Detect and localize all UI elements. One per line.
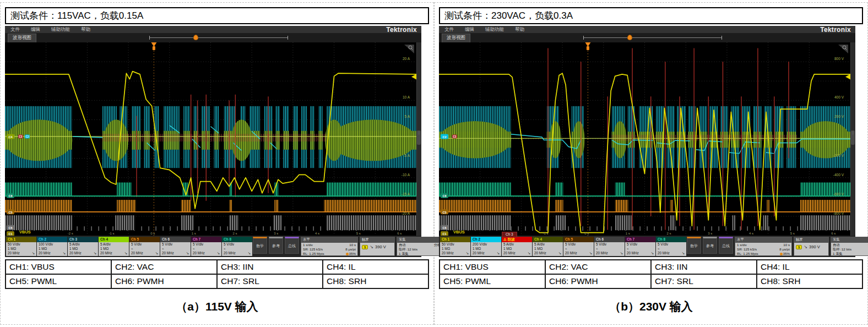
- time-label: 2 s: [233, 232, 237, 235]
- channel-badge-ch6[interactable]: Ch 65 V/div⌁20 MHz↘: [594, 237, 625, 256]
- current-envelope-bulge: [801, 121, 850, 159]
- channel-cell: CH7: SRL: [651, 274, 757, 288]
- vertical-scrollbar[interactable]: ⋮: [850, 42, 855, 236]
- vertical-scrollbar[interactable]: ⋮: [416, 42, 421, 236]
- scale-label: 50 V/div: [8, 242, 35, 247]
- waveform-svg: 800 V400 V200 V-200 V-400 V-600 V-800 V-…: [439, 42, 850, 236]
- channel-ref-marker-label: C6: [8, 226, 12, 230]
- menu-item[interactable]: 编辑: [465, 26, 474, 33]
- acquisition-panel[interactable]: 采集自动分析取样: 12 bits1 采集: [397, 237, 443, 256]
- bandwidth-icon: ↘: [63, 251, 66, 255]
- horiz-right: 10 s: [349, 243, 356, 247]
- channel-badge-ch3[interactable]: Ch 3⚠ 削波5 A/div1 MΩ20 MHz↘: [502, 237, 532, 256]
- channel-badge-ch3[interactable]: Ch 35 A/div1 MΩ20 MHz↘: [68, 237, 98, 256]
- scale-label: 50 V/div: [442, 242, 469, 247]
- channel-badge-header: Ch 1: [440, 237, 470, 242]
- channel-badge-ch4[interactable]: Ch 45 A/div1 MΩ20 MHz↘: [99, 237, 129, 256]
- bandwidth-icon: ↘: [558, 251, 561, 255]
- impedance-label: 1 MΩ: [39, 247, 66, 251]
- channel-badge-ch7[interactable]: Ch 75 V/div⌁20 MHz↘: [191, 237, 221, 256]
- pan-zoom-pin[interactable]: [627, 35, 632, 40]
- pan-zoom-pin[interactable]: [193, 35, 198, 40]
- waveform-band-segment: [115, 215, 135, 230]
- channel-badge-body: 5 V/div⌁20 MHz↘: [222, 242, 252, 256]
- channel-badge-ch4[interactable]: Ch 45 A/div1 MΩ20 MHz↘: [533, 237, 563, 256]
- trigger-source-badge: 1: [362, 245, 368, 249]
- trigger-panel[interactable]: 触发1↘390 V: [794, 237, 829, 256]
- impedance-label: 1 MΩ: [473, 247, 500, 251]
- add-ref-button[interactable]: 参考: [703, 237, 717, 254]
- scope-menubar: 文件编辑辅助功能帮助 Tektronix: [5, 26, 421, 33]
- channel-badge-header: Ch 3: [68, 237, 98, 242]
- scale-label: 5 V/div: [658, 242, 685, 247]
- channel-badge-ch2[interactable]: Ch 2200 V/div1 MΩ20 MHz↘: [471, 237, 501, 256]
- add-math-button[interactable]: 数学: [253, 237, 267, 254]
- channel-cell: CH6: PWMH: [111, 274, 217, 288]
- channel-tab[interactable]: Ch 3: [502, 232, 517, 237]
- channel-badge-ch8[interactable]: Ch 85 V/div⌁20 MHz↘: [222, 237, 252, 256]
- axis-label: -800 V: [833, 211, 844, 215]
- bandwidth-icon: ↘: [651, 251, 654, 255]
- trigger-flag-stem: [153, 46, 155, 50]
- menu-item[interactable]: 帮助: [515, 26, 524, 33]
- channel-cell: CH4: IL: [323, 260, 428, 274]
- channel-badge-ch8[interactable]: Ch 85 V/div⌁20 MHz↘: [656, 237, 686, 256]
- waveform-band-segment: [763, 215, 768, 230]
- waveform-band-segment: [800, 200, 850, 211]
- scrollbar-handle[interactable]: ⋮: [417, 130, 421, 145]
- menu-item[interactable]: 文件: [444, 26, 454, 33]
- impedance-label: 1 MΩ: [442, 247, 469, 251]
- channel-ref-marker-label: C2: [442, 135, 446, 139]
- vbus-cursor-label: VBUS: [453, 230, 465, 235]
- waveform-view-tab[interactable]: 波形视图: [8, 34, 36, 42]
- channel-badge-ch6[interactable]: Ch 65 V/div⌁20 MHz↘: [160, 237, 191, 256]
- channel-cell: CH6: PWMH: [545, 274, 651, 288]
- scale-label: 5 V/div: [565, 242, 592, 247]
- acquisition-panel[interactable]: 采集自动分析取样: 12 bits1 采集: [831, 237, 868, 256]
- menu-item[interactable]: 文件: [10, 26, 20, 33]
- acq-left: 取样: 12 bits: [833, 247, 851, 252]
- axis-label: -400 V: [833, 173, 844, 177]
- waveform-band-segment: [324, 200, 416, 211]
- channel-badge-ch1[interactable]: Ch 150 V/div1 MΩ20 MHz↘: [440, 237, 470, 256]
- waveform-view-tab[interactable]: 波形视图: [442, 34, 470, 42]
- channel-badges: Ch 150 V/div1 MΩ20 MHz↘Ch 2200 V/div1 MΩ…: [440, 237, 687, 256]
- page: 测试条件：115VAC，负载0.15A 文件编辑辅助功能帮助 Tektronix…: [0, 0, 868, 325]
- waveform-band-segment: [767, 200, 769, 211]
- channel-cell: CH2: VAC: [545, 260, 651, 274]
- menu-item[interactable]: 帮助: [81, 26, 90, 33]
- scrollbar-handle[interactable]: ⋮: [851, 130, 855, 145]
- pan-zoom-slider[interactable]: [583, 37, 722, 38]
- acq-left: 1 采集: [833, 252, 843, 256]
- add-bus-button[interactable]: 总线: [719, 237, 733, 254]
- channel-ref-marker-label: C8: [8, 194, 12, 198]
- impedance-label: 1 MΩ: [8, 247, 35, 251]
- add-bus-button[interactable]: 总线: [285, 237, 299, 254]
- bandwidth-label: 20 MHz: [442, 251, 454, 255]
- trigger-panel[interactable]: 触发1↘390 V: [360, 237, 395, 256]
- channel-badge-ch5[interactable]: Ch 55 V/div⌁20 MHz↘: [129, 237, 160, 256]
- menu-item[interactable]: 辅助功能: [51, 26, 70, 33]
- bandwidth-icon: ↘: [217, 251, 220, 255]
- add-ref-button[interactable]: 参考: [269, 237, 283, 254]
- bandwidth-label: 20 MHz: [100, 251, 112, 255]
- horizontal-panel[interactable]: 水平1 s/div10 sSR: 125 kS/s8 μs/ptRL: 1.25…: [735, 237, 792, 256]
- channel-legend-table: CH1: VBUSCH2: VACCH3: IINCH4: ILCH5: PWM…: [5, 259, 429, 289]
- menu-item[interactable]: 辅助功能: [485, 26, 504, 33]
- horiz-left: RL: 1.25 Mpts: [303, 252, 324, 256]
- scale-label: 5 V/div: [224, 242, 251, 247]
- menu-item[interactable]: 编辑: [31, 26, 40, 33]
- bandwidth-label: 20 MHz: [224, 251, 236, 255]
- channel-badge-ch7[interactable]: Ch 75 V/div⌁20 MHz↘: [625, 237, 655, 256]
- channel-ref-marker-label: C8: [442, 194, 446, 198]
- pan-zoom-slider[interactable]: [149, 37, 288, 38]
- channel-badge-ch1[interactable]: Ch 150 V/div1 MΩ20 MHz↘: [6, 237, 36, 256]
- channel-badge-ch2[interactable]: Ch 2100 V/div1 MΩ20 MHz↘: [37, 237, 67, 256]
- scale-label: 5 V/div: [131, 242, 158, 247]
- iin-trace-fuzz: [612, 135, 797, 141]
- add-math-button[interactable]: 数学: [687, 237, 701, 254]
- horizontal-panel[interactable]: 水平1 s/div10 sSR: 125 kS/s8 μs/ptRL: 1.25…: [301, 237, 358, 256]
- axis-label: 10 A: [403, 95, 410, 99]
- bandwidth-label: 20 MHz: [658, 251, 670, 255]
- channel-badge-ch5[interactable]: Ch 55 V/div⌁20 MHz↘: [563, 237, 594, 256]
